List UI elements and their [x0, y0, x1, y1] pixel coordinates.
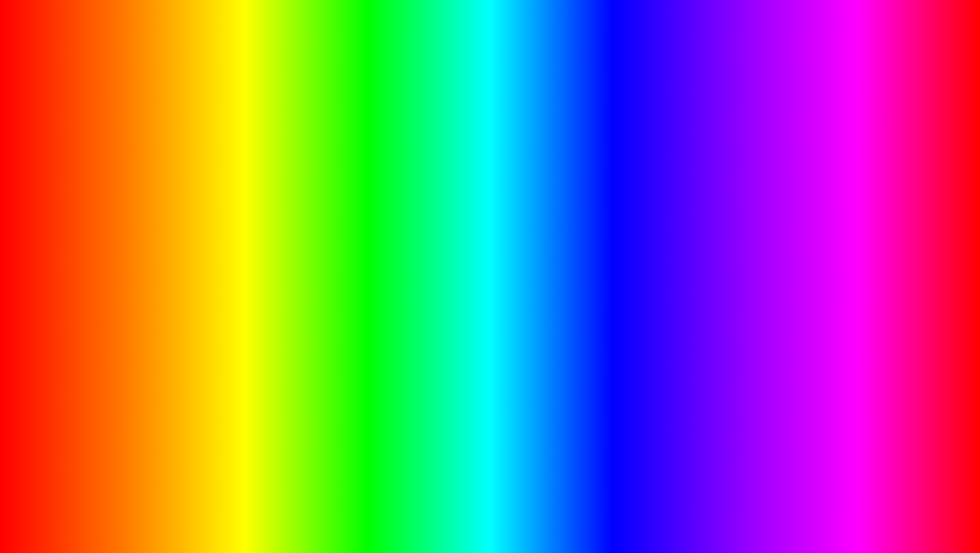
window-front-title: Specialized: [377, 187, 419, 196]
svg-point-21: [203, 164, 221, 179]
stats-icon: [295, 215, 300, 220]
title-letter-x: X: [381, 16, 439, 118]
mastery-menu-sub: Click To Box to Start Farm Mastery: [439, 269, 615, 275]
mastery-menu-header: Mastery Menu: [439, 245, 615, 256]
sidebar-front-itemquest[interactable]: Item & Quest: [371, 247, 432, 261]
bf-logo-skull: ☠: [886, 455, 909, 480]
sidebar-back-raid[interactable]: Raid: [290, 239, 350, 253]
android-label: ANDROID: [35, 237, 205, 277]
mobile-label: MOBILE: [35, 197, 177, 237]
sky-avatar: [295, 270, 306, 282]
auto-farm-gun-row[interactable]: Auto Farm Gun Mastery: [439, 296, 615, 312]
window-back-titlebar: Specialized — ✕: [290, 132, 531, 150]
update-number: 20: [370, 464, 437, 534]
svg-rect-17: [156, 298, 187, 374]
general-icon: [295, 172, 300, 178]
window-front-body: Welcome General Setting Item & Quest: [371, 200, 622, 342]
window-front-titlebar: Specialized — ✕: [371, 183, 622, 200]
auto-farm-gun-label: Auto Farm Gun Mastery: [439, 300, 615, 307]
sidebar-front-welcome[interactable]: Welcome: [371, 204, 432, 219]
wait-for-dungeon-row: Wait For Dungeon: [358, 155, 524, 171]
front-setting-icon: [376, 237, 381, 243]
sidebar-back-esp[interactable]: ESP: [290, 225, 350, 239]
window-front-sidebar: Welcome General Setting Item & Quest: [371, 200, 432, 342]
sidebar-sky-item[interactable]: Sky: [290, 267, 350, 285]
title-letter-o: O: [312, 16, 381, 118]
bf-logo-text-bottom: FRUITS: [875, 480, 919, 494]
bf-logo-circle: BLOX ☠ FRUITS: [859, 432, 935, 508]
front-general-icon: [375, 222, 382, 229]
window-back-minimize[interactable]: —: [506, 137, 513, 145]
window-back-sidebar: Welcome General Setting Item & Quest Sta…: [290, 150, 351, 292]
esp-icon: [295, 229, 300, 234]
window-front-content: Main Farm Click to Box to Farm, I ready …: [432, 200, 622, 342]
localplayers-icon: [295, 258, 300, 263]
pastebin-word: PASTEBIN: [606, 480, 821, 530]
update-text-section: UPDATE 20 SCRIPT PASTEBIN: [159, 464, 821, 534]
auto-farm-toggle[interactable]: [600, 239, 615, 248]
window-back-controls: — ✕: [506, 137, 525, 145]
window-front-controls: — ✕: [598, 188, 616, 196]
background: ⚓ BLOXFRUITS MOBILE ✓ ANDROID ✓ Speciali…: [4, 4, 976, 549]
sidebar-back-localplayers[interactable]: Local Players: [290, 253, 350, 267]
bf-logo: BLOX ☠ FRUITS: [859, 432, 935, 508]
script-word: SCRIPT: [442, 480, 601, 530]
title-letter-s: S: [726, 16, 785, 118]
raid-icon: [294, 243, 301, 250]
front-itemquest-icon: [376, 252, 381, 257]
sidebar-back-general[interactable]: General: [290, 168, 350, 182]
title-letter-b: B: [195, 16, 259, 118]
svg-point-24: [299, 273, 302, 276]
sidebar-back-welcome[interactable]: Welcome: [290, 154, 350, 168]
auto-farm-row[interactable]: Auto Farm: [439, 229, 615, 245]
wait-for-dungeon-label: Wait For Dungeon: [358, 159, 524, 166]
svg-point-20: [162, 164, 181, 179]
front-welcome-icon: [376, 209, 381, 214]
title-letter-l: L: [259, 16, 312, 118]
mobile-text-line1: MOBILE ✓: [35, 197, 243, 237]
sidebar-front-setting[interactable]: Setting: [371, 233, 432, 247]
main-farm-label: Main Farm: [439, 210, 615, 217]
anchor-decoration: ⚓: [19, 400, 70, 447]
auto-farm-bf-toggle[interactable]: [600, 290, 615, 298]
title-letter-r: R: [523, 16, 586, 118]
main-title: BLOXFRUITS: [195, 14, 785, 119]
title-letter-t: T: [673, 16, 726, 118]
mobile-android-section: MOBILE ✓ ANDROID ✓: [35, 197, 243, 277]
mastery-menu-label: Mastery Menu: [439, 260, 615, 268]
dragon-creature: 🐉: [309, 402, 378, 468]
main-farm-sub: Click to Box to Farm, I ready update new…: [439, 218, 615, 224]
main-farm-row[interactable]: Main Farm Click to Box to Farm, I ready …: [439, 205, 615, 229]
setting-icon: [295, 187, 300, 192]
window-back-title: Specialized: [296, 136, 338, 145]
sidebar-back-setting[interactable]: Setting: [290, 182, 350, 196]
window-back-close[interactable]: ✕: [518, 137, 525, 145]
svg-rect-25: [298, 276, 303, 280]
sidebar-back-itemquest[interactable]: Item & Quest: [290, 196, 350, 211]
auto-farm-label: Auto Farm: [439, 233, 615, 240]
title-letter-u: U: [586, 16, 650, 118]
sidebar-back-stats[interactable]: Stats: [290, 211, 350, 225]
auto-farm-bf-row[interactable]: Auto Farm BF Mastery: [439, 280, 615, 296]
svg-rect-18: [197, 298, 227, 374]
auto-farm-bf-label: Auto Farm BF Mastery: [439, 284, 615, 291]
android-checkmark: ✓: [213, 237, 243, 277]
title-letter-f: F: [470, 16, 523, 118]
welcome-icon: [295, 158, 300, 163]
svg-rect-23: [255, 232, 273, 236]
update-word: UPDATE: [159, 473, 365, 532]
auto-farm-gun-toggle[interactable]: [600, 306, 615, 315]
window-front-minimize[interactable]: —: [598, 188, 605, 196]
itemquest-icon: [295, 201, 300, 206]
mobile-checkmark: ✓: [184, 197, 215, 237]
title-letter-i: I: [650, 16, 673, 118]
window-front: Specialized — ✕ Welcome General Setting: [370, 182, 624, 344]
sidebar-front-general[interactable]: General: [371, 219, 432, 233]
android-text-line2: ANDROID ✓: [35, 237, 243, 277]
sky-label: Sky: [309, 272, 319, 280]
mastery-menu-row[interactable]: Mastery Menu Click To Box to Start Farm …: [439, 256, 615, 280]
window-front-close[interactable]: ✕: [610, 188, 616, 196]
